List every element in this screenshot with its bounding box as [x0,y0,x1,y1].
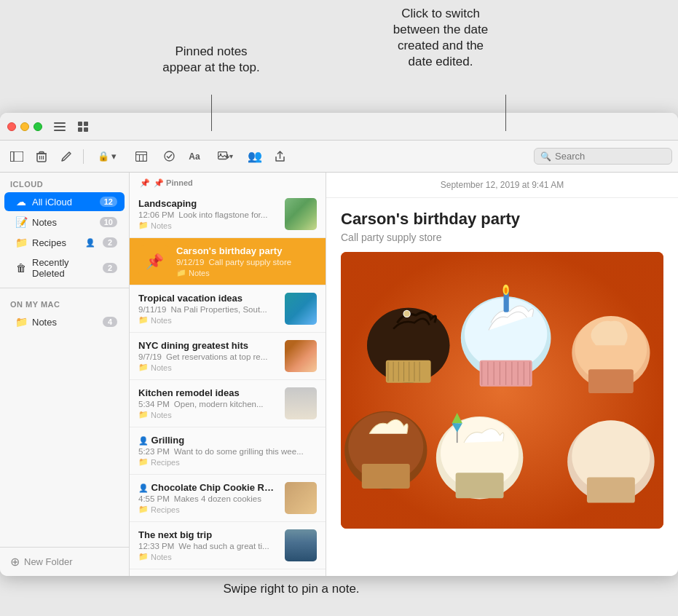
pin-icon: 📌 [140,178,150,188]
recipes-badge: 2 [103,237,117,248]
all-icloud-badge: 12 [100,197,117,207]
mac-notes-folder-icon: 📁 [15,316,28,328]
note-meta-nyc: 9/7/19 Get reservations at top re... [138,352,279,361]
svg-point-27 [404,311,410,317]
titlebar [0,113,678,141]
note-folder-selected: 📁 Notes [176,268,317,277]
note-item-tropical[interactable]: Tropical vacation ideas 9/11/19 Na Pali … [130,285,326,333]
note-item-kitchen[interactable]: Kitchen remodel ideas 5:34 PM Open, mode… [130,380,326,427]
lock-button[interactable]: 🔒 ▾ [90,146,125,167]
svg-rect-59 [456,473,504,498]
view-toggle-buttons [51,118,92,135]
folder-icon-selected: 📁 [176,268,186,277]
plus-icon: ⊕ [10,555,20,569]
swipe-callout: Swipe right to pin a note. [146,581,437,597]
notes-folder-icon: 📝 [15,216,28,228]
recipes-folder-icon: 📁 [15,237,28,248]
note-detail-date[interactable]: September 12, 2019 at 9:41 AM [326,173,678,198]
note-time-selected: 9/12/19 [176,258,204,266]
sidebar-item-all-icloud[interactable]: ☁ All iCloud 12 [4,192,125,211]
svg-rect-15 [136,151,147,161]
note-thumbnail-tropical [285,293,317,325]
sidebar-label-notes: Notes [32,217,95,228]
svg-rect-28 [386,360,431,383]
note-time-cookie: 4:55 PM [138,494,170,503]
icloud-header: iCloud [0,173,129,191]
search-box[interactable]: 🔍 [534,148,672,165]
note-item-miami[interactable]: Miami conference notes 12:21 PM Sales in… [130,569,326,576]
note-time-trip: 12:33 PM [138,542,174,550]
minimize-button[interactable] [20,122,29,131]
toolbar-separator-1 [83,149,84,164]
shared-indicator: 👤 [85,238,95,248]
note-item-trip[interactable]: The next big trip 12:33 PM We had such a… [130,522,326,569]
note-item-nyc[interactable]: NYC dining greatest hits 9/7/19 Get rese… [130,333,326,380]
note-preview-selected: Call party supply store [208,258,291,266]
folder-icon: 📁 [138,221,149,230]
checklist-button[interactable] [158,146,180,167]
note-folder-kitchen: 📁 Notes [138,410,279,419]
sidebar-label-on-my-mac-notes: Notes [32,317,98,328]
main-window: 🔒 ▾ Aa ▾ 👥 🔍 iCloud ☁ All iClou [0,113,678,576]
sidebar-item-on-my-mac-notes[interactable]: 📁 Notes 4 [4,312,125,331]
sidebar-item-recently-deleted[interactable]: 🗑 Recently Deleted 2 [4,253,125,283]
svg-rect-3 [78,122,82,126]
note-title: Landscaping [138,198,279,209]
svg-rect-56 [362,464,410,489]
note-item-grilling[interactable]: 👤 Grilling 5:23 PM Want to do some grill… [130,427,326,475]
note-thumbnail-nyc [285,340,317,372]
note-content-kitchen: Kitchen remodel ideas 5:34 PM Open, mode… [138,387,279,419]
maximize-button[interactable] [33,122,42,131]
sidebar-label-recipes: Recipes [32,237,81,248]
note-thumbnail-kitchen [285,387,317,419]
toolbar: 🔒 ▾ Aa ▾ 👥 🔍 [0,141,678,173]
sidebar: iCloud ☁ All iCloud 12 📝 Notes 10 📁 Reci… [0,173,130,576]
svg-point-40 [505,288,508,293]
table-button[interactable] [127,146,155,167]
cupcake-image [341,252,663,529]
note-item-landscaping[interactable]: Landscaping 12:06 PM Look into flagstone… [130,191,326,238]
note-folder-grilling: 📁 Recipes [138,457,317,467]
sidebar-toggle-button[interactable] [6,146,28,167]
note-detail-panel: September 12, 2019 at 9:41 AM Carson's b… [326,173,678,576]
note-content-grilling: 👤 Grilling 5:23 PM Want to do some grill… [138,435,317,467]
sidebar-item-notes[interactable]: 📝 Notes 10 [4,213,125,232]
note-detail-image [341,252,663,529]
note-meta-selected: 9/12/19 Call party supply store [176,258,317,266]
note-folder-trip: 📁 Notes [138,552,279,561]
close-button[interactable] [7,122,16,131]
delete-button[interactable] [31,146,52,167]
recently-deleted-icon: 🗑 [15,262,28,274]
search-input[interactable] [555,151,664,162]
compose-button[interactable] [55,146,77,167]
share-button[interactable] [269,146,291,167]
svg-point-19 [165,151,174,161]
pinned-callout: Pinned notesappear at the top. [146,44,277,76]
grid-view-button[interactable] [74,118,92,135]
format-button[interactable]: Aa [183,146,206,167]
note-content-trip: The next big trip 12:33 PM We had such a… [138,529,279,561]
note-preview-cookie: Makes 4 dozen cookies [174,494,261,503]
note-meta-trip: 12:33 PM We had such a great ti... [138,542,279,550]
note-item-cookie[interactable]: 👤 Chocolate Chip Cookie Recipe 4:55 PM M… [130,475,326,522]
new-folder-button[interactable]: ⊕ New Folder [0,547,129,576]
svg-rect-8 [10,151,23,162]
note-folder-nyc: 📁 Notes [138,363,279,372]
note-content: Landscaping 12:06 PM Look into flagstone… [138,198,279,230]
note-thumbnail-trip [285,529,317,561]
pin-badge: 📌 [138,245,170,277]
note-meta-tropical: 9/11/19 Na Pali Properties, Sout... [138,305,279,314]
note-title-trip: The next big trip [138,529,279,540]
note-title-cookie: 👤 Chocolate Chip Cookie Recipe [138,482,279,493]
sidebar-label-recently-deleted: Recently Deleted [32,257,98,279]
media-button[interactable]: ▾ [209,146,241,167]
list-view-button[interactable] [51,118,68,135]
shared-icon-cookie: 👤 [138,483,149,492]
note-folder-tropical: 📁 Notes [138,315,279,325]
collaborate-button[interactable]: 👥 [244,146,266,167]
note-item-carsons-birthday[interactable]: 📌 Carson's birthday party 9/12/19 Call p… [130,238,326,285]
sidebar-divider [0,288,129,288]
sidebar-item-recipes[interactable]: 📁 Recipes 👤 2 [4,233,125,252]
note-title-tropical: Tropical vacation ideas [138,293,279,304]
folder-icon-cookie: 📁 [138,505,149,514]
